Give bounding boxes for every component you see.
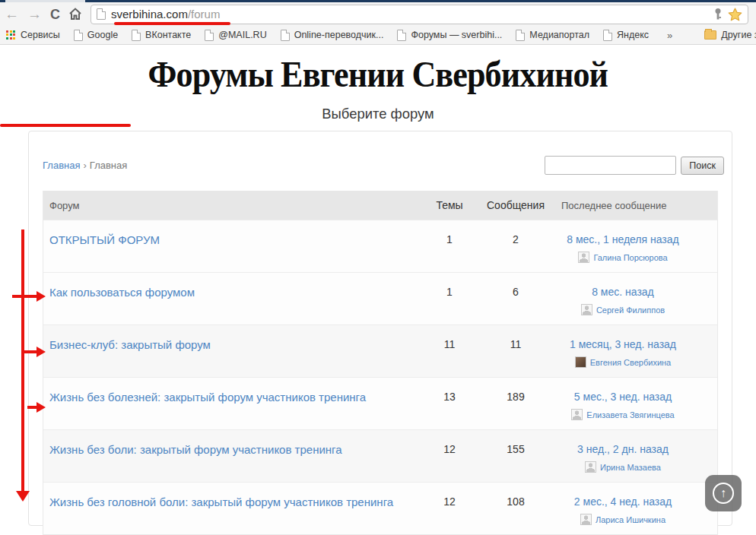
bookmark-google[interactable]: Google (74, 30, 118, 41)
page-icon (132, 30, 141, 41)
author-link[interactable]: Галина Порсюрова (593, 253, 667, 262)
other-bookmarks-label: Другие закла (721, 30, 756, 40)
table-row: Жизнь без боли: закрытый форум участнико… (43, 429, 717, 482)
bookmark-mediaportal[interactable]: Медиапортал (516, 30, 589, 41)
header-topics: Темы (415, 199, 484, 211)
bookmark-services[interactable]: Сервисы (6, 30, 60, 40)
forum-link[interactable]: Как пользоваться форумом (49, 286, 195, 299)
author-link[interactable]: Сергей Филиппов (596, 305, 665, 315)
bookmark-forums[interactable]: Форумы — sverbihi... (397, 30, 502, 41)
freshness-link[interactable]: 2 мес., 4 нед. назад (548, 495, 698, 508)
freshness-link[interactable]: 8 мес., 1 неделя назад (548, 233, 698, 245)
table-row: Бизнес-клуб: закрытый форум 11 11 1 меся… (43, 324, 717, 377)
refresh-icon[interactable]: C (50, 8, 60, 21)
author-link[interactable]: Лариса Ишичкина (596, 515, 665, 524)
table-row: Как пользоваться форумом 1 6 8 мес. наза… (43, 272, 717, 324)
page-icon (97, 8, 106, 20)
page-icon (281, 30, 290, 41)
posts-count: 108 (484, 483, 548, 534)
page-icon (516, 30, 525, 41)
bookmark-star-icon[interactable] (728, 8, 742, 21)
annotation-arrowhead-row4 (37, 402, 46, 413)
breadcrumb-separator: › (83, 160, 86, 171)
back-icon[interactable]: ← (5, 7, 19, 21)
header-forum: Форум (43, 200, 415, 211)
annotation-arrow-row4 (27, 406, 37, 409)
posts-count: 2 (484, 220, 548, 272)
freshness-link[interactable]: 3 нед., 2 дн. назад (548, 443, 698, 455)
browser-toolbar: ← → C sverbihina.com/forum (0, 2, 756, 26)
annotation-arrow-row2 (12, 295, 37, 298)
url-path: /forum (188, 8, 221, 21)
avatar (585, 461, 596, 473)
page-icon (74, 30, 83, 41)
table-header-row: Форум Темы Сообщения Последнее сообщение (43, 191, 717, 220)
bookmark-label: ВКонтакте (145, 30, 191, 40)
url-host: sverbihina.com (111, 8, 188, 21)
page-subtitle: Выберите форум (322, 106, 434, 122)
annotation-vertical-arrow-line (21, 230, 24, 492)
forum-panel: Главная›Главная Поиск Форум Темы Сообщен… (28, 131, 732, 526)
bookmark-mailru[interactable]: @MAIL.RU (205, 30, 266, 41)
bookmark-label: Медиапортал (529, 30, 589, 40)
arrow-up-icon: ↑ (713, 483, 734, 504)
topics-count: 12 (415, 483, 484, 534)
table-row: Жизнь без болезней: закрытый форум участ… (43, 377, 717, 429)
bookmark-vkontakte[interactable]: ВКонтакте (132, 30, 191, 41)
other-bookmarks-button[interactable]: Другие закла (704, 30, 756, 40)
annotation-arrow-row3 (21, 350, 37, 353)
bookmark-label: Яндекс (617, 30, 649, 40)
bookmark-translator[interactable]: Online-переводчик... (281, 30, 384, 41)
annotation-subtitle-underline (0, 124, 131, 127)
breadcrumb-current: Главная (90, 160, 127, 171)
avatar (575, 356, 586, 368)
address-bar[interactable]: sverbihina.com/forum (91, 5, 748, 24)
browser-window: ← → C sverbihina.com/forum (0, 0, 756, 535)
scroll-to-top-button[interactable]: ↑ (705, 475, 742, 511)
url-text: sverbihina.com/forum (111, 8, 220, 21)
table-row: ОТКРЫТЫЙ ФОРУМ 1 2 8 мес., 1 неделя наза… (43, 220, 717, 272)
apps-grid-icon (6, 30, 16, 40)
forum-link[interactable]: Жизнь без боли: закрытый форум участнико… (49, 443, 342, 456)
annotation-arrowhead-row3 (37, 347, 46, 357)
bookmark-yandex[interactable]: Яндекс (603, 30, 649, 41)
avatar (580, 514, 592, 525)
web-page: Форумы Евгении Свербихиной Выберите фору… (0, 45, 756, 535)
posts-count: 189 (484, 378, 548, 429)
freshness-link[interactable]: 1 месяц, 3 нед. назад (548, 338, 698, 350)
freshness-link[interactable]: 8 мес. назад (548, 286, 698, 298)
posts-count: 11 (484, 325, 548, 377)
bookmark-label: Форумы — sverbihi... (411, 30, 502, 40)
search-input[interactable] (545, 156, 676, 175)
home-icon[interactable] (68, 8, 82, 21)
forum-link[interactable]: Жизнь без болезней: закрытый форум участ… (49, 391, 366, 404)
topics-count: 11 (415, 325, 484, 377)
author-link[interactable]: Ирина Мазаева (600, 463, 661, 472)
forum-link[interactable]: Бизнес-клуб: закрытый форум (49, 338, 211, 351)
page-icon (397, 30, 406, 41)
topics-count: 1 (415, 220, 484, 272)
bookmark-label: Сервисы (21, 30, 60, 40)
forum-link[interactable]: ОТКРЫТЫЙ ФОРУМ (49, 233, 160, 246)
bookmark-label: @MAIL.RU (218, 30, 266, 40)
annotation-arrowhead-row2 (37, 291, 46, 302)
forum-link[interactable]: Жизнь без головной боли: закрытый форум … (49, 495, 393, 508)
bookmark-label: Google (87, 30, 118, 40)
page-icon (205, 30, 214, 41)
key-icon[interactable] (713, 8, 723, 21)
author-link[interactable]: Евгения Свербихина (590, 358, 671, 367)
annotation-down-arrowhead (16, 491, 30, 502)
posts-count: 6 (484, 273, 548, 324)
header-posts: Сообщения (484, 199, 548, 211)
freshness-link[interactable]: 5 мес., 3 нед. назад (548, 391, 698, 403)
forward-icon[interactable]: → (27, 7, 42, 21)
bookmarks-overflow-chevron[interactable]: » (662, 30, 677, 41)
author-link[interactable]: Елизавета Звягинцева (586, 410, 674, 419)
search-button[interactable]: Поиск (681, 157, 724, 175)
avatar (581, 304, 592, 315)
annotation-url-underline (114, 22, 230, 25)
breadcrumb-home-link[interactable]: Главная (43, 160, 80, 171)
topics-count: 1 (415, 273, 484, 324)
bookmark-label: Online-переводчик... (294, 30, 384, 40)
search-area: Поиск (545, 156, 724, 175)
